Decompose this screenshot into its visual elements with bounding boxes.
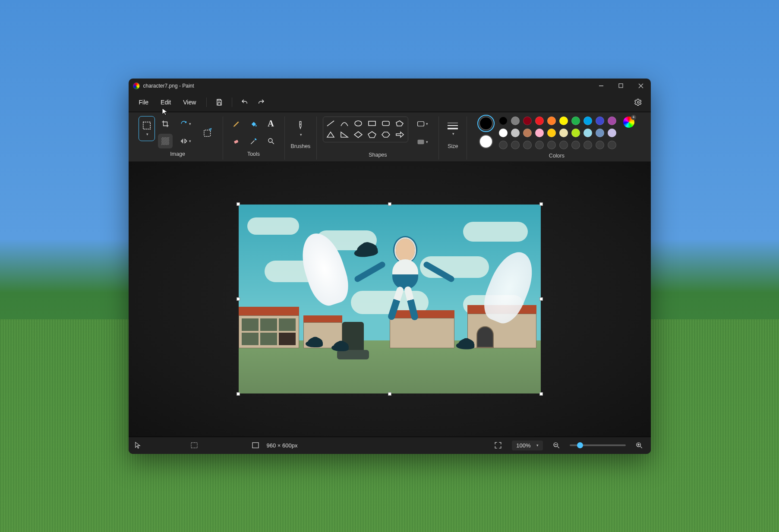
color-swatch[interactable] (559, 129, 568, 137)
zoom-out-button[interactable] (551, 440, 562, 451)
undo-button[interactable] (237, 95, 252, 110)
group-shapes: ▾ ▾ Shapes (317, 116, 439, 160)
maximize-button[interactable] (611, 79, 631, 93)
color-swatch[interactable] (511, 129, 520, 137)
color-swatch[interactable] (596, 141, 604, 149)
color-swatch[interactable] (608, 141, 616, 149)
color-swatch[interactable] (511, 116, 520, 125)
svg-marker-18 (396, 121, 403, 126)
shape-pentagon[interactable] (367, 131, 377, 139)
group-label-shapes: Shapes (369, 152, 387, 158)
svg-marker-22 (368, 132, 376, 138)
transparent-selection-tool[interactable] (158, 134, 173, 148)
group-label-brushes: Brushes (291, 143, 311, 149)
menu-edit[interactable]: Edit (155, 96, 176, 108)
fill-tool[interactable] (246, 116, 261, 131)
menu-file[interactable]: File (134, 96, 154, 108)
chevron-down-icon: ▾ (452, 132, 454, 136)
shape-fill-dropdown[interactable]: ▾ (413, 135, 432, 149)
canvas-workspace[interactable] (129, 162, 651, 437)
color-1[interactable] (479, 116, 493, 130)
paint-window: character7.png - Paint File Edit View (129, 79, 651, 454)
resize-handle[interactable] (539, 297, 543, 301)
svg-point-15 (355, 121, 362, 126)
color-swatch[interactable] (523, 116, 532, 125)
edit-colors-button[interactable] (623, 116, 634, 128)
redo-button[interactable] (254, 95, 268, 110)
color-swatch[interactable] (583, 141, 592, 149)
resize-tool[interactable] (199, 124, 217, 141)
color-swatch[interactable] (583, 129, 592, 137)
resize-handle[interactable] (539, 202, 543, 206)
shape-right-triangle[interactable] (340, 131, 349, 139)
color-swatch[interactable] (571, 116, 580, 125)
brushes-dropdown[interactable]: ▾ (293, 116, 308, 141)
menu-view[interactable]: View (178, 96, 201, 108)
color-swatch[interactable] (571, 141, 580, 149)
settings-button[interactable] (631, 95, 646, 110)
shapes-gallery[interactable] (323, 116, 408, 142)
svg-point-10 (255, 125, 256, 126)
color-picker-tool[interactable] (246, 134, 261, 148)
color-swatch[interactable] (608, 129, 616, 137)
shape-outline-dropdown[interactable]: ▾ (413, 116, 432, 131)
color-swatch[interactable] (547, 141, 556, 149)
color-2[interactable] (479, 135, 493, 148)
shape-diamond[interactable] (353, 131, 363, 139)
shape-rrect[interactable] (381, 120, 391, 127)
shape-rect[interactable] (367, 120, 377, 127)
resize-handle[interactable] (237, 297, 240, 301)
shape-curve[interactable] (340, 120, 349, 127)
color-swatch[interactable] (499, 116, 508, 125)
color-swatch[interactable] (596, 116, 604, 125)
status-bar: 960 × 600px 100% ▾ (129, 437, 651, 454)
svg-point-6 (637, 101, 639, 104)
chevron-down-icon: ▾ (536, 443, 539, 447)
color-swatch[interactable] (583, 116, 592, 125)
color-swatch[interactable] (547, 129, 556, 137)
color-swatch[interactable] (511, 141, 520, 149)
size-dropdown[interactable]: ▾ (445, 116, 460, 141)
color-swatch[interactable] (499, 141, 508, 149)
zoom-slider[interactable] (570, 444, 626, 446)
color-swatch[interactable] (535, 129, 544, 137)
close-button[interactable] (631, 79, 651, 93)
crop-tool[interactable] (158, 116, 173, 131)
shape-triangle[interactable] (326, 131, 335, 139)
shape-hexagon[interactable] (381, 131, 391, 139)
zoom-in-button[interactable] (634, 440, 645, 451)
svg-point-12 (268, 139, 272, 142)
text-tool[interactable]: A (264, 116, 278, 131)
color-swatch[interactable] (523, 141, 532, 149)
shape-arrow[interactable] (395, 131, 404, 139)
color-swatch[interactable] (535, 141, 544, 149)
color-swatch[interactable] (523, 129, 532, 137)
flip-tool[interactable]: ▾ (175, 134, 196, 148)
color-swatch[interactable] (535, 116, 544, 125)
shape-oval[interactable] (353, 120, 363, 127)
pencil-tool[interactable] (229, 116, 244, 131)
resize-handle[interactable] (388, 392, 391, 396)
zoom-dropdown[interactable]: 100% ▾ (512, 441, 542, 450)
magnifier-tool[interactable] (264, 134, 278, 148)
color-swatch[interactable] (608, 116, 616, 125)
canvas[interactable] (239, 205, 541, 393)
resize-handle[interactable] (237, 202, 240, 206)
minimize-button[interactable] (591, 79, 611, 93)
color-swatch[interactable] (596, 129, 604, 137)
eraser-tool[interactable] (229, 134, 244, 148)
color-swatch[interactable] (547, 116, 556, 125)
shape-polygon[interactable] (395, 120, 404, 127)
resize-handle[interactable] (539, 392, 543, 396)
color-swatch[interactable] (571, 129, 580, 137)
resize-handle[interactable] (237, 392, 240, 396)
shape-line[interactable] (326, 120, 335, 127)
color-swatch[interactable] (499, 129, 508, 137)
color-swatch[interactable] (559, 141, 568, 149)
color-swatch[interactable] (559, 116, 568, 125)
fit-to-window-button[interactable] (492, 439, 504, 451)
rotate-tool[interactable]: ▾ (175, 116, 196, 131)
select-tool[interactable]: ▾ (139, 116, 155, 141)
save-button[interactable] (212, 95, 227, 110)
resize-handle[interactable] (388, 202, 391, 206)
